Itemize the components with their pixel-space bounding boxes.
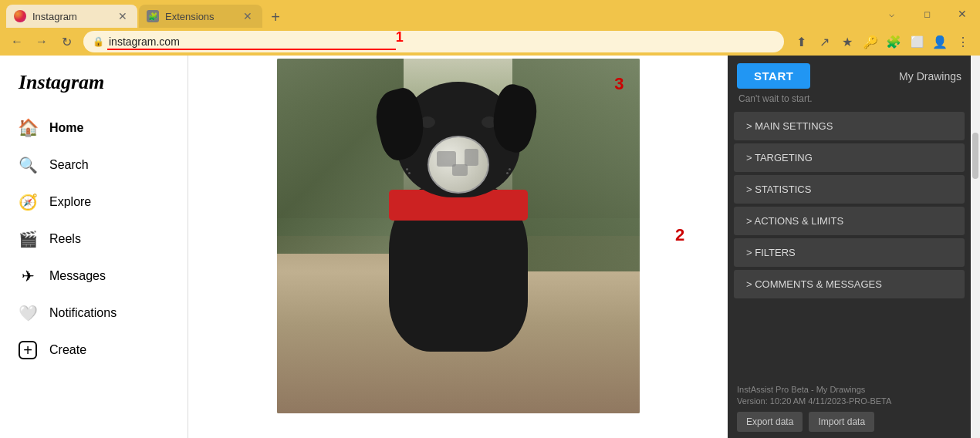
notifications-icon: 🤍 [19, 304, 37, 322]
explore-label: Explore [49, 195, 91, 209]
reels-label: Reels [49, 232, 81, 246]
search-label: Search [49, 158, 89, 172]
export-data-button[interactable]: Export data [737, 412, 803, 432]
tab-instagram-label: Instagram [32, 11, 110, 22]
sidebar-item-notifications[interactable]: 🤍 Notifications [9, 296, 178, 330]
instagram-tab-icon [14, 10, 26, 22]
start-button[interactable]: START [737, 63, 810, 89]
scrollbar-thumb[interactable] [972, 133, 978, 179]
home-icon: 🏠 [19, 119, 37, 137]
split-view-button[interactable]: ⬜ [906, 31, 928, 52]
extension-panel: START My Drawings Can't wait to start. >… [728, 56, 971, 438]
scrollbar-track[interactable] [971, 56, 980, 438]
address-underline [107, 49, 396, 50]
comments-messages-item[interactable]: > COMMENTS & MESSAGES [734, 270, 965, 298]
lock-icon: 🔒 [93, 36, 104, 47]
bitwarden-button[interactable]: 🔑 [860, 31, 881, 52]
extension-footer: InstAssist Pro Beta - My Drawings Versio… [728, 377, 971, 438]
annotation-1: 1 [396, 29, 404, 45]
sidebar-item-home[interactable]: 🏠 Home [9, 111, 178, 145]
back-button[interactable]: ← [6, 31, 28, 52]
feed-area: 3 [188, 56, 728, 438]
address-bar[interactable]: 🔒 instagram.com 1 [83, 31, 784, 52]
import-data-button[interactable]: Import data [809, 412, 874, 432]
sidebar-item-search[interactable]: 🔍 Search [9, 148, 178, 182]
instagram-sidebar: Instagram 🏠 Home 🔍 Search 🧭 Explore 🎬 Re… [0, 56, 188, 438]
create-icon: + [19, 341, 37, 359]
statistics-item[interactable]: > STATISTICS [734, 175, 965, 204]
actions-limits-item[interactable]: > ACTIONS & LIMITS [734, 207, 965, 235]
explore-icon: 🧭 [19, 193, 37, 211]
extensions-button[interactable]: 🧩 [883, 31, 904, 52]
tab-instagram-close[interactable]: ✕ [116, 9, 130, 23]
sidebar-item-create[interactable]: + Create [9, 333, 178, 367]
share-button[interactable]: ↗ [813, 31, 835, 52]
reload-button[interactable]: ↻ [56, 31, 77, 52]
sidebar-item-explore[interactable]: 🧭 Explore [9, 185, 178, 219]
extensions-tab-icon: 🧩 [147, 10, 159, 22]
my-drawings-text: My Drawings [899, 70, 961, 83]
tab-extensions-close[interactable]: ✕ [241, 9, 255, 23]
main-settings-item[interactable]: > MAIN SETTINGS [734, 112, 965, 140]
create-label: Create [49, 343, 86, 357]
save-page-button[interactable]: ⬆ [790, 31, 812, 52]
restore-button[interactable]: ◻ [909, 0, 945, 28]
profile-button[interactable]: 👤 [929, 31, 951, 52]
footer-line1: InstAssist Pro Beta - My Drawings [737, 385, 961, 394]
cant-wait-text: Can't wait to start. [728, 92, 971, 110]
address-value: instagram.com [109, 35, 180, 48]
new-tab-button[interactable]: + [264, 6, 287, 28]
forward-button[interactable]: → [31, 31, 52, 52]
close-button[interactable]: ✕ [945, 0, 980, 28]
tab-extensions-label: Extensions [165, 11, 235, 22]
address-text: instagram.com 1 [109, 35, 180, 48]
tab-extensions[interactable]: 🧩 Extensions ✕ [139, 5, 262, 28]
menu-button[interactable]: ⋮ [952, 31, 974, 52]
footer-line2: Version: 10:20 AM 4/11/2023-PRO-BETA [737, 396, 961, 406]
messages-label: Messages [49, 269, 106, 283]
filters-item[interactable]: > FILTERS [734, 238, 965, 267]
reels-icon: 🎬 [19, 230, 37, 248]
sidebar-item-reels[interactable]: 🎬 Reels [9, 222, 178, 256]
targeting-item[interactable]: > TARGETING [734, 143, 965, 172]
home-label: Home [49, 121, 83, 135]
minimize-button[interactable]: ⌵ [874, 0, 909, 28]
sidebar-item-messages[interactable]: ✈ Messages [9, 259, 178, 293]
messages-icon: ✈ [19, 267, 37, 285]
instagram-logo: Instagram [9, 62, 178, 108]
tab-instagram[interactable]: Instagram ✕ [6, 5, 137, 28]
notifications-label: Notifications [49, 306, 117, 320]
annotation-2: 2 [675, 225, 684, 245]
post-image: 3 [277, 59, 640, 413]
search-icon: 🔍 [19, 156, 37, 174]
bookmark-button[interactable]: ★ [836, 31, 858, 52]
annotation-3: 3 [614, 74, 623, 94]
toolbar-right: ⬆ ↗ ★ 🔑 🧩 ⬜ 👤 ⋮ [790, 31, 974, 52]
